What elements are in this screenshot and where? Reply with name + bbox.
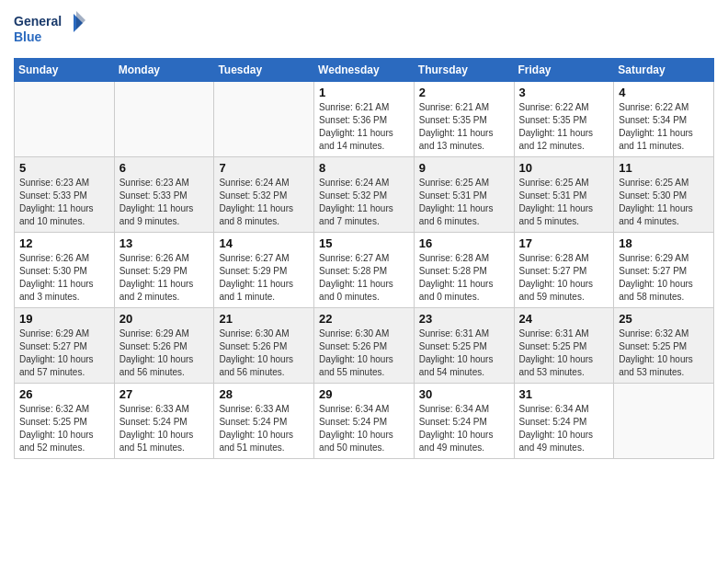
day-info: Sunrise: 6:23 AM Sunset: 5:33 PM Dayligh… <box>19 177 109 228</box>
day-info: Sunrise: 6:32 AM Sunset: 5:25 PM Dayligh… <box>619 327 709 379</box>
calendar-cell: 5Sunrise: 6:23 AM Sunset: 5:33 PM Daylig… <box>15 157 115 233</box>
day-info: Sunrise: 6:26 AM Sunset: 5:30 PM Dayligh… <box>19 252 109 304</box>
calendar-cell: 15Sunrise: 6:27 AM Sunset: 5:28 PM Dayli… <box>314 233 415 308</box>
day-info: Sunrise: 6:25 AM Sunset: 5:30 PM Dayligh… <box>619 177 709 228</box>
day-info: Sunrise: 6:24 AM Sunset: 5:32 PM Dayligh… <box>319 177 409 228</box>
day-number: 18 <box>619 236 709 250</box>
calendar-cell: 30Sunrise: 6:34 AM Sunset: 5:24 PM Dayli… <box>414 384 514 459</box>
day-number: 4 <box>619 86 709 99</box>
calendar-cell: 21Sunrise: 6:30 AM Sunset: 5:26 PM Dayli… <box>214 308 314 384</box>
calendar-week-4: 19Sunrise: 6:29 AM Sunset: 5:27 PM Dayli… <box>15 308 714 384</box>
calendar-cell <box>614 384 714 459</box>
calendar-cell <box>114 82 214 157</box>
calendar-cell: 20Sunrise: 6:29 AM Sunset: 5:26 PM Dayli… <box>114 308 214 384</box>
day-info: Sunrise: 6:33 AM Sunset: 5:24 PM Dayligh… <box>119 403 210 454</box>
calendar-cell: 8Sunrise: 6:24 AM Sunset: 5:32 PM Daylig… <box>314 157 415 233</box>
header-thursday: Thursday <box>414 59 514 82</box>
calendar-cell: 4Sunrise: 6:22 AM Sunset: 5:34 PM Daylig… <box>614 82 714 157</box>
day-number: 10 <box>519 161 609 175</box>
day-info: Sunrise: 6:28 AM Sunset: 5:27 PM Dayligh… <box>519 252 609 304</box>
day-info: Sunrise: 6:34 AM Sunset: 5:24 PM Dayligh… <box>419 403 509 454</box>
day-number: 15 <box>319 236 409 250</box>
day-number: 11 <box>619 161 709 175</box>
calendar-cell: 1Sunrise: 6:21 AM Sunset: 5:36 PM Daylig… <box>314 82 415 157</box>
day-info: Sunrise: 6:29 AM Sunset: 5:27 PM Dayligh… <box>19 327 109 379</box>
day-info: Sunrise: 6:27 AM Sunset: 5:28 PM Dayligh… <box>319 252 409 304</box>
calendar-cell: 9Sunrise: 6:25 AM Sunset: 5:31 PM Daylig… <box>414 157 514 233</box>
header-sunday: Sunday <box>15 59 115 82</box>
day-number: 8 <box>319 161 409 175</box>
day-info: Sunrise: 6:26 AM Sunset: 5:29 PM Dayligh… <box>119 252 210 304</box>
day-number: 3 <box>519 86 609 99</box>
calendar-cell: 6Sunrise: 6:23 AM Sunset: 5:33 PM Daylig… <box>114 157 214 233</box>
calendar-cell: 12Sunrise: 6:26 AM Sunset: 5:30 PM Dayli… <box>15 233 115 308</box>
calendar-cell: 14Sunrise: 6:27 AM Sunset: 5:29 PM Dayli… <box>214 233 314 308</box>
day-info: Sunrise: 6:27 AM Sunset: 5:29 PM Dayligh… <box>219 252 309 304</box>
calendar-cell: 19Sunrise: 6:29 AM Sunset: 5:27 PM Dayli… <box>15 308 115 384</box>
calendar-cell: 2Sunrise: 6:21 AM Sunset: 5:35 PM Daylig… <box>414 82 514 157</box>
day-number: 6 <box>119 161 210 175</box>
day-info: Sunrise: 6:25 AM Sunset: 5:31 PM Dayligh… <box>419 177 509 228</box>
calendar-cell: 22Sunrise: 6:30 AM Sunset: 5:26 PM Dayli… <box>314 308 415 384</box>
svg-text:General: General <box>14 14 62 29</box>
day-info: Sunrise: 6:24 AM Sunset: 5:32 PM Dayligh… <box>219 177 309 228</box>
day-info: Sunrise: 6:22 AM Sunset: 5:35 PM Dayligh… <box>519 101 609 153</box>
day-info: Sunrise: 6:22 AM Sunset: 5:34 PM Dayligh… <box>619 101 709 153</box>
header-friday: Friday <box>514 59 614 82</box>
day-info: Sunrise: 6:23 AM Sunset: 5:33 PM Dayligh… <box>119 177 210 228</box>
day-number: 25 <box>619 312 709 326</box>
day-number: 24 <box>519 312 609 326</box>
calendar-week-2: 5Sunrise: 6:23 AM Sunset: 5:33 PM Daylig… <box>15 157 714 233</box>
day-number: 21 <box>219 312 309 326</box>
day-info: Sunrise: 6:28 AM Sunset: 5:28 PM Dayligh… <box>419 252 509 304</box>
calendar-week-5: 26Sunrise: 6:32 AM Sunset: 5:25 PM Dayli… <box>15 384 714 459</box>
header-monday: Monday <box>114 59 214 82</box>
calendar-cell: 24Sunrise: 6:31 AM Sunset: 5:25 PM Dayli… <box>514 308 614 384</box>
day-info: Sunrise: 6:30 AM Sunset: 5:26 PM Dayligh… <box>319 327 409 379</box>
calendar-cell: 11Sunrise: 6:25 AM Sunset: 5:30 PM Dayli… <box>614 157 714 233</box>
day-info: Sunrise: 6:34 AM Sunset: 5:24 PM Dayligh… <box>319 403 409 454</box>
calendar-cell: 31Sunrise: 6:34 AM Sunset: 5:24 PM Dayli… <box>514 384 614 459</box>
day-info: Sunrise: 6:31 AM Sunset: 5:25 PM Dayligh… <box>419 327 509 379</box>
calendar-cell: 23Sunrise: 6:31 AM Sunset: 5:25 PM Dayli… <box>414 308 514 384</box>
header-wednesday: Wednesday <box>314 59 415 82</box>
calendar-cell: 27Sunrise: 6:33 AM Sunset: 5:24 PM Dayli… <box>114 384 214 459</box>
day-number: 23 <box>419 312 509 326</box>
header-tuesday: Tuesday <box>214 59 314 82</box>
day-number: 12 <box>19 236 109 250</box>
calendar-cell: 29Sunrise: 6:34 AM Sunset: 5:24 PM Dayli… <box>314 384 415 459</box>
day-number: 27 <box>119 387 210 401</box>
day-number: 2 <box>419 86 509 99</box>
logo: General Blue <box>14 9 87 51</box>
logo-svg: General Blue <box>14 9 87 51</box>
day-number: 31 <box>519 387 609 401</box>
calendar-table: SundayMondayTuesdayWednesdayThursdayFrid… <box>14 58 714 459</box>
day-info: Sunrise: 6:25 AM Sunset: 5:31 PM Dayligh… <box>519 177 609 228</box>
day-info: Sunrise: 6:32 AM Sunset: 5:25 PM Dayligh… <box>19 403 109 454</box>
day-number: 1 <box>319 86 409 99</box>
day-info: Sunrise: 6:29 AM Sunset: 5:27 PM Dayligh… <box>619 252 709 304</box>
day-info: Sunrise: 6:21 AM Sunset: 5:36 PM Dayligh… <box>319 101 409 153</box>
day-number: 22 <box>319 312 409 326</box>
calendar-cell: 26Sunrise: 6:32 AM Sunset: 5:25 PM Dayli… <box>15 384 115 459</box>
day-number: 29 <box>319 387 409 401</box>
day-info: Sunrise: 6:21 AM Sunset: 5:35 PM Dayligh… <box>419 101 509 153</box>
day-number: 20 <box>119 312 210 326</box>
calendar-cell: 13Sunrise: 6:26 AM Sunset: 5:29 PM Dayli… <box>114 233 214 308</box>
day-number: 30 <box>419 387 509 401</box>
calendar-week-1: 1Sunrise: 6:21 AM Sunset: 5:36 PM Daylig… <box>15 82 714 157</box>
day-number: 26 <box>19 387 109 401</box>
day-info: Sunrise: 6:33 AM Sunset: 5:24 PM Dayligh… <box>219 403 309 454</box>
calendar-cell: 3Sunrise: 6:22 AM Sunset: 5:35 PM Daylig… <box>514 82 614 157</box>
day-number: 28 <box>219 387 309 401</box>
header: General Blue <box>14 9 714 51</box>
calendar-cell: 17Sunrise: 6:28 AM Sunset: 5:27 PM Dayli… <box>514 233 614 308</box>
calendar-cell: 18Sunrise: 6:29 AM Sunset: 5:27 PM Dayli… <box>614 233 714 308</box>
calendar-week-3: 12Sunrise: 6:26 AM Sunset: 5:30 PM Dayli… <box>15 233 714 308</box>
day-info: Sunrise: 6:30 AM Sunset: 5:26 PM Dayligh… <box>219 327 309 379</box>
day-number: 9 <box>419 161 509 175</box>
calendar-cell: 25Sunrise: 6:32 AM Sunset: 5:25 PM Dayli… <box>614 308 714 384</box>
header-saturday: Saturday <box>614 59 714 82</box>
day-number: 19 <box>19 312 109 326</box>
day-number: 5 <box>19 161 109 175</box>
